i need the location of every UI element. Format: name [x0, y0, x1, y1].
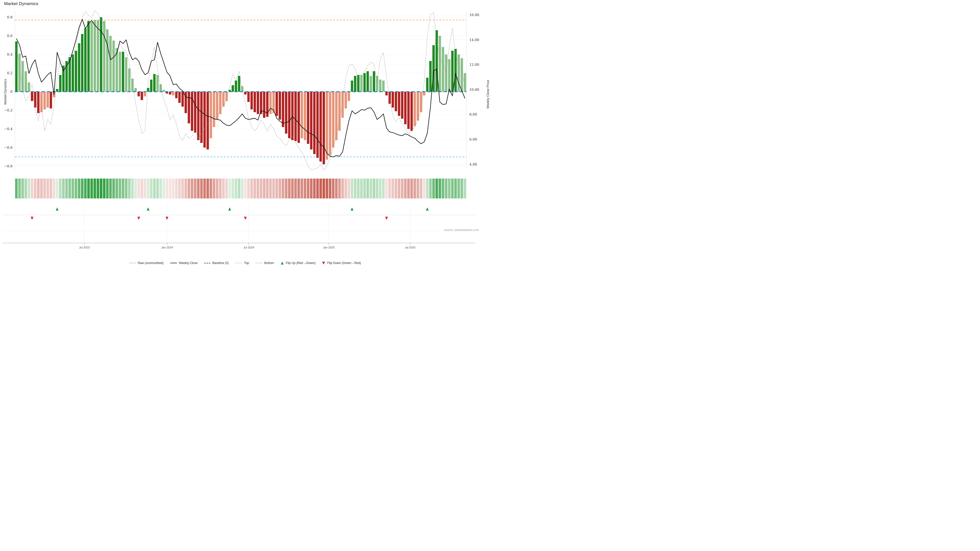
- dynamics-bar: [59, 75, 62, 92]
- dynamics-bar: [279, 92, 281, 120]
- dynamics-bar: [420, 92, 422, 112]
- dynamics-bar: [147, 88, 149, 92]
- dynamics-bar: [188, 92, 190, 124]
- legend-item-close: Weekly Close: [170, 261, 197, 265]
- legend-label: Flip Up (Red→Green): [286, 261, 316, 265]
- heatmap-cell: [257, 179, 259, 198]
- legend-item-top: Top: [235, 261, 249, 265]
- dynamics-bar: [369, 76, 372, 92]
- heatmap-cell: [162, 179, 165, 198]
- heatmap-cell: [53, 179, 56, 198]
- legend-label: Bottom: [264, 261, 274, 265]
- heatmap-strip: [15, 179, 466, 198]
- dynamics-bar: [213, 92, 215, 127]
- dynamics-bar: [50, 92, 52, 109]
- left-tick-label: −0.6: [4, 145, 13, 149]
- heatmap-cell: [272, 179, 275, 198]
- heatmap-cell: [185, 179, 187, 198]
- heatmap-cell: [294, 179, 297, 198]
- dynamics-bar: [316, 92, 318, 158]
- heatmap-cell: [351, 179, 353, 198]
- heatmap-cell: [423, 179, 425, 198]
- heatmap-cell: [27, 179, 30, 198]
- dynamics-bar: [90, 22, 93, 92]
- heatmap-cell: [448, 179, 450, 198]
- dynamics-bar: [87, 21, 89, 92]
- legend-label: Weekly Close: [179, 261, 197, 265]
- heatmap-cell: [385, 179, 388, 198]
- dynamics-bar: [178, 92, 181, 103]
- market-dynamics-chart: Jul 2023Jan 2024Jul 2024Jan 2025Jul 2025…: [0, 0, 490, 275]
- heatmap-cell: [175, 179, 178, 198]
- heatmap-cell: [46, 179, 49, 198]
- dynamics-bar: [335, 92, 337, 140]
- dynamics-bar: [153, 74, 156, 92]
- dynamics-bar: [404, 92, 407, 124]
- heatmap-cell: [323, 179, 325, 198]
- heatmap-cell: [445, 179, 447, 198]
- dynamics-bar: [37, 92, 40, 113]
- heatmap-cell: [235, 179, 237, 198]
- heatmap-cell: [141, 179, 143, 198]
- heatmap-cell: [204, 179, 206, 198]
- heatmap-cell: [122, 179, 124, 198]
- dynamics-bar: [442, 47, 444, 92]
- dynamics-bar: [345, 92, 347, 109]
- heatmap-cell: [282, 179, 284, 198]
- heatmap-cell: [181, 179, 184, 198]
- heatmap-cell: [103, 179, 105, 198]
- legend-label: Raw (unsmoothed): [138, 261, 164, 265]
- dynamics-bar: [326, 92, 328, 160]
- dynamics-bar: [75, 51, 77, 92]
- heatmap-cell: [253, 179, 256, 198]
- dynamics-bar: [401, 92, 403, 119]
- heatmap-cell: [414, 179, 416, 198]
- dynamics-bar: [304, 92, 306, 140]
- heatmap-cell: [200, 179, 203, 198]
- dynamics-bar: [15, 41, 18, 92]
- heatmap-cell: [112, 179, 115, 198]
- heatmap-cell: [78, 179, 80, 198]
- flip-up-marker: [147, 207, 150, 211]
- tri-up-legend-icon: [281, 262, 284, 265]
- dynamics-bar: [342, 92, 344, 118]
- heatmap-cell: [119, 179, 121, 198]
- dynamics-bar: [24, 71, 27, 92]
- heatmap-cell: [15, 179, 18, 198]
- heatmap-cell: [404, 179, 407, 198]
- dynamics-bar: [241, 86, 243, 92]
- dynamics-bar: [43, 92, 46, 110]
- flip-down-marker: [30, 217, 33, 220]
- heatmap-cell: [241, 179, 243, 198]
- dynamics-bar: [138, 92, 140, 97]
- heatmap-cell: [137, 179, 140, 198]
- close-legend-icon: [170, 263, 177, 263]
- dynamics-bar: [109, 36, 111, 92]
- dynamics-bar: [162, 90, 165, 92]
- dynamics-bar: [141, 92, 143, 100]
- x-tick-label: Jul 2023: [79, 246, 90, 249]
- heatmap-cell: [225, 179, 228, 198]
- legend-label: Flip Down (Green→Red): [327, 261, 361, 265]
- x-tick-label: Jan 2025: [323, 246, 334, 249]
- heatmap-cell: [457, 179, 460, 198]
- heatmap-cell: [348, 179, 350, 198]
- dynamics-bar: [298, 92, 300, 143]
- left-tick-label: 0.6: [7, 34, 13, 38]
- right-tick-label: 4.00: [469, 162, 477, 166]
- dynamics-bar: [373, 71, 375, 92]
- heatmap-cell: [357, 179, 360, 198]
- dynamics-bar: [310, 92, 312, 149]
- heatmap-cell: [376, 179, 379, 198]
- dynamics-bars: [15, 17, 466, 165]
- dynamics-bar: [288, 92, 290, 138]
- heatmap-cell: [72, 179, 74, 198]
- heatmap-cell: [231, 179, 234, 198]
- legend-item-tri-down: Flip Down (Green→Red): [322, 261, 361, 265]
- dynamics-bar: [320, 92, 322, 162]
- flip-down-marker: [137, 217, 140, 220]
- heatmap-cell: [288, 179, 290, 198]
- dynamics-bar: [225, 92, 228, 101]
- heatmap-cell: [250, 179, 253, 198]
- flip-down-marker: [165, 217, 169, 220]
